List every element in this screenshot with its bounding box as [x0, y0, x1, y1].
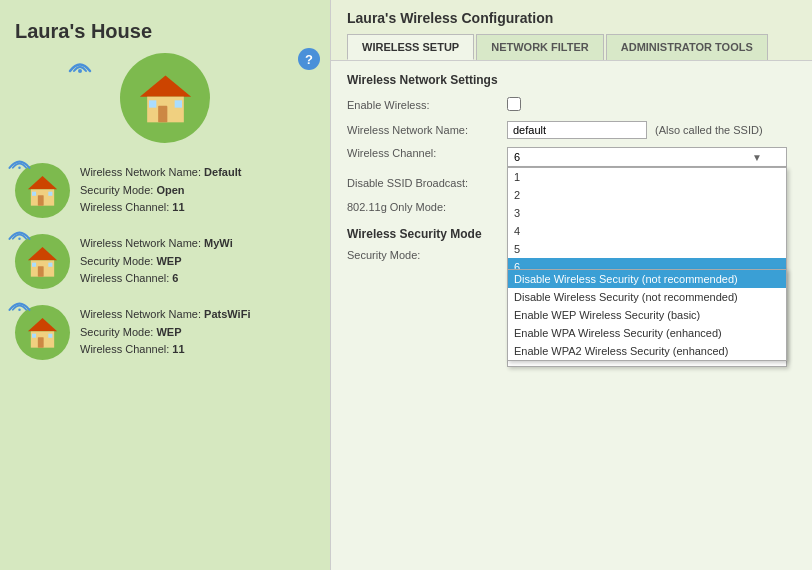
- panel-header: Laura's Wireless Configuration WIRELESS …: [331, 0, 812, 61]
- security-list: Disable Wireless Security (not recommend…: [507, 269, 787, 361]
- channel-option-5[interactable]: 5: [508, 240, 786, 258]
- network-info-2: Wireless Network Name: PatsWiFi Security…: [80, 306, 250, 359]
- svg-point-12: [18, 238, 21, 241]
- main-wifi-icon: [65, 53, 95, 73]
- tab-network-filter[interactable]: NETWORK FILTER: [476, 34, 604, 60]
- channel-option-1[interactable]: 1: [508, 168, 786, 186]
- network-icon-0: [15, 163, 70, 218]
- network-name-input[interactable]: [507, 121, 647, 139]
- svg-rect-16: [32, 263, 36, 267]
- left-panel: Laura's House ?: [0, 0, 330, 570]
- only-mode-label: 802.11g Only Mode:: [347, 201, 507, 213]
- security-mode-label: Security Mode:: [347, 249, 507, 261]
- wifi-icon-2: [7, 295, 32, 313]
- right-panel: Laura's Wireless Configuration WIRELESS …: [330, 0, 812, 570]
- channel-selected-value: 6: [514, 151, 520, 163]
- security-option-2[interactable]: Enable WEP Wireless Security (basic): [508, 306, 786, 324]
- panel-title: Laura's Wireless Configuration: [347, 10, 796, 26]
- svg-marker-0: [139, 75, 190, 96]
- panel-content: Wireless Network Settings Enable Wireles…: [331, 61, 812, 570]
- enable-wireless-row: Enable Wireless:: [347, 97, 796, 113]
- channel-option-4[interactable]: 4: [508, 222, 786, 240]
- security-option-1[interactable]: Disable Wireless Security (not recommend…: [508, 288, 786, 306]
- tab-wireless-setup[interactable]: WIRELESS SETUP: [347, 34, 474, 60]
- security-option-3[interactable]: Enable WPA Wireless Security (enhanced): [508, 324, 786, 342]
- security-option-4[interactable]: Enable WPA2 Wireless Security (enhanced): [508, 342, 786, 360]
- svg-marker-13: [28, 247, 57, 260]
- security-option-0[interactable]: Disable Wireless Security (not recommend…: [508, 270, 786, 288]
- page-title: Laura's House: [15, 20, 315, 43]
- channel-selected-display[interactable]: 6 ▼: [507, 147, 787, 167]
- wifi-icon-0: [7, 153, 32, 171]
- svg-marker-19: [28, 318, 57, 331]
- network-info-1: Wireless Network Name: MyWi Security Mod…: [80, 235, 233, 288]
- network-name-label: Wireless Network Name:: [347, 124, 507, 136]
- channel-option-2[interactable]: 2: [508, 186, 786, 204]
- channel-option-3[interactable]: 3: [508, 204, 786, 222]
- svg-rect-21: [38, 337, 44, 348]
- network-item-0: Wireless Network Name: Default Security …: [15, 163, 315, 218]
- network-name-row: Wireless Network Name: (Also called the …: [347, 121, 796, 139]
- ssid-broadcast-label: Disable SSID Broadcast:: [347, 177, 507, 189]
- svg-rect-11: [48, 192, 52, 196]
- network-item-2: Wireless Network Name: PatsWiFi Security…: [15, 305, 315, 360]
- svg-point-5: [78, 69, 82, 73]
- svg-rect-22: [32, 334, 36, 338]
- network-info-0: Wireless Network Name: Default Security …: [80, 164, 241, 217]
- network-item-1: Wireless Network Name: MyWi Security Mod…: [15, 234, 315, 289]
- main-house-icon: [138, 71, 193, 126]
- channel-dropdown-arrow: ▼: [752, 152, 762, 163]
- svg-rect-17: [48, 263, 52, 267]
- help-badge[interactable]: ?: [298, 48, 320, 70]
- svg-rect-3: [149, 100, 156, 107]
- wifi-icon-1: [7, 224, 32, 242]
- tabs-container: WIRELESS SETUP NETWORK FILTER ADMINISTRA…: [347, 34, 796, 60]
- svg-rect-15: [38, 266, 44, 277]
- svg-rect-2: [158, 105, 167, 122]
- channel-dropdown-container: 6 ▼ 1 2 3 4 5 6 7 8 9 10 11: [507, 147, 787, 167]
- ssid-note: (Also called the SSID): [655, 124, 763, 136]
- svg-point-6: [18, 167, 21, 170]
- network-icon-1: [15, 234, 70, 289]
- svg-marker-7: [28, 176, 57, 189]
- main-house-circle: [120, 53, 210, 143]
- enable-wireless-checkbox[interactable]: [507, 97, 521, 111]
- svg-rect-4: [174, 100, 181, 107]
- svg-point-18: [18, 309, 21, 312]
- network-icon-2: [15, 305, 70, 360]
- house-icon-container: ?: [15, 53, 315, 143]
- wireless-channel-label: Wireless Channel:: [347, 147, 507, 159]
- svg-rect-9: [38, 195, 44, 206]
- wireless-channel-row: Wireless Channel: 6 ▼ 1 2 3 4 5 6 7: [347, 147, 796, 167]
- wireless-settings-title: Wireless Network Settings: [347, 73, 796, 87]
- svg-rect-10: [32, 192, 36, 196]
- tab-admin-tools[interactable]: ADMINISTRATOR TOOLS: [606, 34, 768, 60]
- enable-wireless-label: Enable Wireless:: [347, 99, 507, 111]
- svg-rect-23: [48, 334, 52, 338]
